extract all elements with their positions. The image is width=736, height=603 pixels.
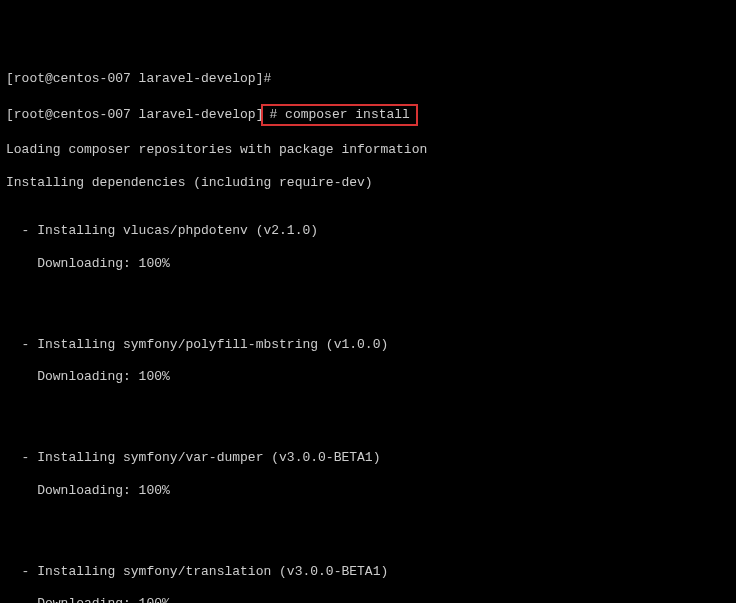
install-line: - Installing symfony/var-dumper (v3.0.0-… xyxy=(6,450,730,466)
output-installing-deps: Installing dependencies (including requi… xyxy=(6,175,730,191)
prompt-hash: # xyxy=(269,107,277,122)
blank-line xyxy=(6,402,730,418)
prompt-user-host: [root@centos-007 laravel-develop] xyxy=(6,107,263,122)
download-line: Downloading: 100% xyxy=(6,483,730,499)
install-line: - Installing vlucas/phpdotenv (v2.1.0) xyxy=(6,223,730,239)
install-line: - Installing symfony/polyfill-mbstring (… xyxy=(6,337,730,353)
command-highlight-box: # composer install xyxy=(261,104,417,126)
download-line: Downloading: 100% xyxy=(6,596,730,603)
download-line: Downloading: 100% xyxy=(6,369,730,385)
blank-line xyxy=(6,288,730,304)
output-loading: Loading composer repositories with packa… xyxy=(6,142,730,158)
prompt-line-2[interactable]: [root@centos-007 laravel-develop]# compo… xyxy=(6,104,730,126)
prompt-hash: # xyxy=(263,71,271,86)
prompt-line-1: [root@centos-007 laravel-develop]# xyxy=(6,71,730,87)
command-text: composer install xyxy=(285,107,410,122)
blank-line xyxy=(6,515,730,531)
install-line: - Installing symfony/translation (v3.0.0… xyxy=(6,564,730,580)
download-line: Downloading: 100% xyxy=(6,256,730,272)
prompt-user-host: [root@centos-007 laravel-develop] xyxy=(6,71,263,86)
